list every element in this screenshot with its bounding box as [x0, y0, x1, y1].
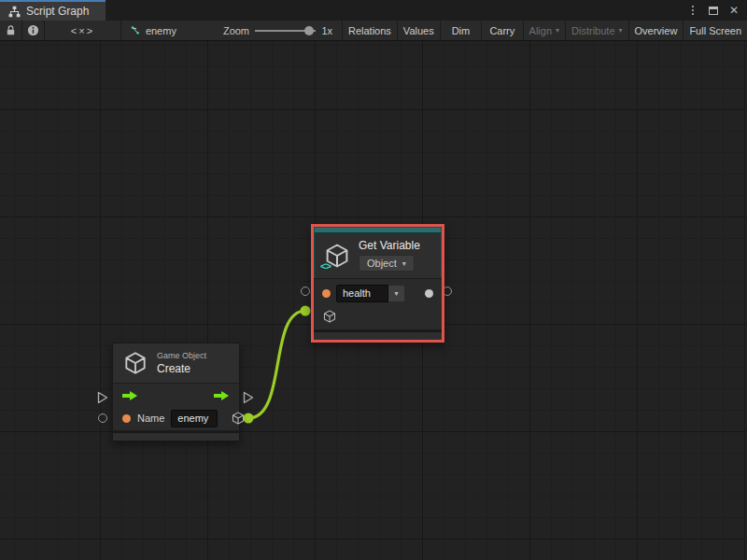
create-flow-output-port[interactable]	[243, 391, 254, 404]
value-output-port[interactable]	[425, 289, 433, 298]
distribute-dropdown-button[interactable]: Distribute ▾	[566, 21, 628, 40]
full-screen-button[interactable]: Full Screen	[684, 21, 747, 40]
graph-toolbar: <×> enemy Zoom 1x Relations Values Dim C…	[0, 21, 747, 41]
node-category: Game Object	[157, 351, 206, 360]
game-object-cube-icon	[322, 309, 337, 324]
info-button[interactable]	[22, 21, 45, 40]
relations-button[interactable]: Relations	[343, 21, 398, 40]
overview-button[interactable]: Overview	[629, 21, 684, 40]
zoom-label: Zoom	[223, 25, 249, 36]
game-object-cube-icon	[122, 350, 148, 376]
window-controls: ✕	[685, 0, 747, 21]
info-icon	[27, 24, 39, 36]
create-header[interactable]: Game Object Create	[113, 343, 239, 383]
zoom-value: 1x	[321, 25, 332, 36]
toolbar-buttons: Relations Values Dim Carry Align ▾ Distr…	[343, 21, 747, 40]
maximize-button[interactable]	[706, 3, 721, 18]
code-icon: <×>	[71, 25, 94, 36]
chevron-down-icon: ▾	[402, 259, 406, 268]
name-label: Name	[137, 413, 164, 424]
create-flow-input-port[interactable]	[97, 391, 108, 404]
graph-name[interactable]: enemy	[146, 25, 176, 36]
node-title: Create	[157, 362, 206, 375]
node-create-game-object[interactable]: Game Object Create Name	[112, 343, 240, 441]
flow-out-arrow-icon[interactable]	[214, 390, 230, 401]
name-value-port[interactable]	[122, 414, 131, 423]
game-object-output-icon	[231, 411, 246, 426]
get-variable-name-input-port[interactable]	[301, 287, 310, 296]
chevron-down-icon: ▾	[556, 27, 559, 35]
close-icon: ✕	[729, 4, 739, 17]
graph-canvas[interactable]: <> Get Variable Object ▾ ▾	[0, 41, 747, 560]
node-footer	[314, 332, 442, 340]
code-preview-button[interactable]: <×>	[45, 21, 121, 40]
zoom-slider-handle[interactable]	[304, 26, 314, 35]
script-graph-icon	[8, 6, 21, 18]
variable-name-row: ▾	[314, 279, 442, 307]
name-value-port[interactable]	[322, 289, 331, 298]
close-button[interactable]: ✕	[726, 3, 741, 18]
name-row: Name	[113, 408, 239, 430]
window-title-bar: Script Graph ✕	[0, 0, 747, 21]
align-dropdown-button[interactable]: Align ▾	[524, 21, 566, 40]
create-name-input-port[interactable]	[98, 413, 107, 423]
object-input-row	[314, 307, 442, 329]
dim-button[interactable]: Dim	[441, 21, 482, 40]
variable-scope-dropdown[interactable]: Object ▾	[359, 255, 415, 272]
tab-script-graph[interactable]: Script Graph	[0, 0, 106, 21]
window-menu-button[interactable]	[685, 3, 700, 18]
tab-title: Script Graph	[26, 5, 89, 18]
lock-button[interactable]	[0, 21, 22, 40]
graph-link-icon	[131, 24, 140, 36]
wire-end-port[interactable]	[301, 306, 311, 316]
variable-name-input[interactable]	[336, 285, 388, 302]
lock-icon	[5, 24, 17, 36]
variable-picker-dropdown[interactable]: ▾	[388, 285, 405, 302]
chevron-down-icon: ▾	[619, 27, 623, 35]
code-angle-icon: <>	[320, 260, 331, 272]
variable-cube-icon: <>	[323, 242, 351, 270]
get-variable-header[interactable]: <> Get Variable Object ▾	[314, 233, 442, 278]
carry-button[interactable]: Carry	[482, 21, 523, 40]
chevron-down-icon: ▾	[394, 289, 398, 298]
vertical-dots-icon	[692, 6, 694, 15]
zoom-slider[interactable]	[255, 21, 316, 41]
name-input[interactable]	[171, 410, 218, 427]
node-title: Get Variable	[359, 239, 420, 252]
values-button[interactable]: Values	[398, 21, 441, 40]
maximize-icon	[709, 7, 718, 15]
node-get-variable[interactable]: <> Get Variable Object ▾ ▾	[311, 224, 444, 343]
flow-row	[113, 384, 239, 408]
flow-in-arrow-icon[interactable]	[122, 390, 138, 401]
graph-breadcrumb-zoom-group: enemy Zoom 1x	[121, 21, 343, 40]
node-footer	[113, 433, 239, 441]
